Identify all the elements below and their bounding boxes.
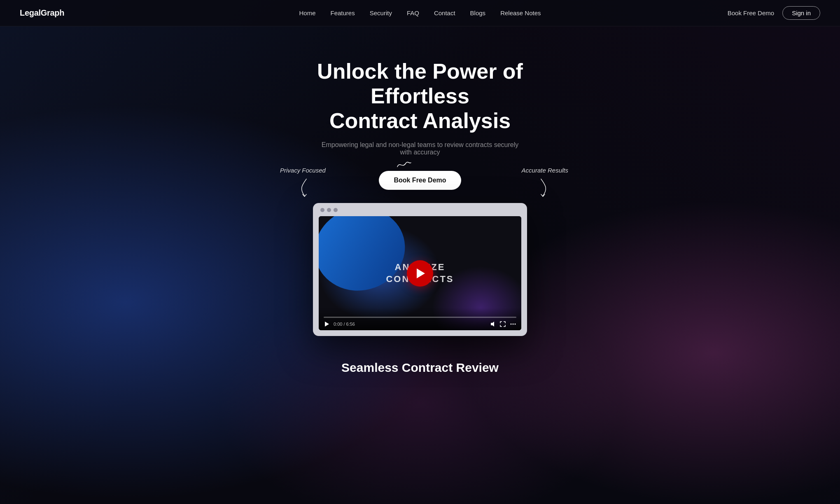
play-pause-button[interactable] bbox=[324, 321, 329, 327]
hero-subtitle: Empowering legal and non-legal teams to … bbox=[317, 141, 523, 156]
bottom-section: Seamless Contract Review bbox=[0, 336, 840, 391]
more-options-icon bbox=[510, 321, 516, 327]
video-controls: 0:00 / 6:56 bbox=[319, 308, 521, 330]
svg-marker-1 bbox=[491, 322, 494, 327]
svg-point-2 bbox=[511, 324, 512, 325]
svg-point-4 bbox=[515, 324, 516, 325]
nav-security[interactable]: Security bbox=[370, 9, 392, 16]
nav-blogs[interactable]: Blogs bbox=[470, 9, 486, 16]
volume-button[interactable] bbox=[490, 321, 496, 327]
hero-book-demo-button[interactable]: Book Free Demo bbox=[379, 171, 461, 190]
annotation-right-arrow bbox=[537, 177, 553, 198]
nav-features[interactable]: Features bbox=[330, 9, 355, 16]
video-player: ANALYZE CONTRACTS bbox=[313, 203, 527, 336]
annotation-left-arrow bbox=[294, 177, 311, 198]
titlebar-dot-2 bbox=[327, 208, 331, 212]
annotation-privacy: Privacy Focused bbox=[280, 167, 326, 198]
volume-icon bbox=[490, 321, 496, 327]
cta-button-wrapper: Book Free Demo bbox=[379, 171, 461, 190]
nav-faq[interactable]: FAQ bbox=[407, 9, 419, 16]
time-display: 0:00 / 6:56 bbox=[334, 322, 355, 327]
annotation-accurate: Accurate Results bbox=[522, 167, 568, 198]
squiggle-icon bbox=[395, 159, 412, 170]
play-circle bbox=[407, 260, 433, 287]
nav-home[interactable]: Home bbox=[299, 9, 315, 16]
svg-point-3 bbox=[513, 324, 514, 325]
controls-row: 0:00 / 6:56 bbox=[324, 321, 516, 327]
nav-contact[interactable]: Contact bbox=[434, 9, 455, 16]
nav-signin-button[interactable]: Sign in bbox=[782, 6, 820, 20]
controls-right bbox=[490, 321, 516, 327]
titlebar-dot-3 bbox=[334, 208, 338, 212]
nav-links: Home Features Security FAQ Contact Blogs… bbox=[299, 9, 541, 17]
nav-actions: Book Free Demo Sign in bbox=[728, 6, 820, 20]
fullscreen-icon bbox=[500, 321, 506, 327]
bottom-title: Seamless Contract Review bbox=[8, 361, 832, 375]
navbar: LegalGraph Home Features Security FAQ Co… bbox=[0, 0, 840, 26]
video-titlebar bbox=[319, 208, 521, 212]
nav-book-demo-button[interactable]: Book Free Demo bbox=[728, 9, 774, 16]
svg-marker-0 bbox=[325, 322, 329, 327]
brand-logo[interactable]: LegalGraph bbox=[20, 8, 64, 18]
annotation-privacy-text: Privacy Focused bbox=[280, 167, 326, 174]
hero-title-line2: Contract Analysis bbox=[329, 109, 511, 133]
titlebar-dot-1 bbox=[320, 208, 324, 212]
nav-release-notes[interactable]: Release Notes bbox=[500, 9, 541, 16]
hero-section: Unlock the Power of Effortless Contract … bbox=[0, 26, 840, 336]
controls-left: 0:00 / 6:56 bbox=[324, 321, 355, 327]
annotation-accurate-text: Accurate Results bbox=[522, 167, 568, 174]
progress-bar[interactable] bbox=[324, 317, 516, 318]
hero-title: Unlock the Power of Effortless Contract … bbox=[276, 59, 564, 133]
hero-title-line1: Unlock the Power of Effortless bbox=[317, 59, 523, 108]
cta-area: Privacy Focused Book Free Demo Accurate … bbox=[255, 171, 585, 190]
fullscreen-button[interactable] bbox=[500, 321, 506, 327]
video-frame[interactable]: ANALYZE CONTRACTS bbox=[319, 216, 521, 330]
play-pause-icon bbox=[324, 321, 329, 327]
more-options-button[interactable] bbox=[510, 321, 516, 327]
play-icon bbox=[417, 268, 425, 278]
